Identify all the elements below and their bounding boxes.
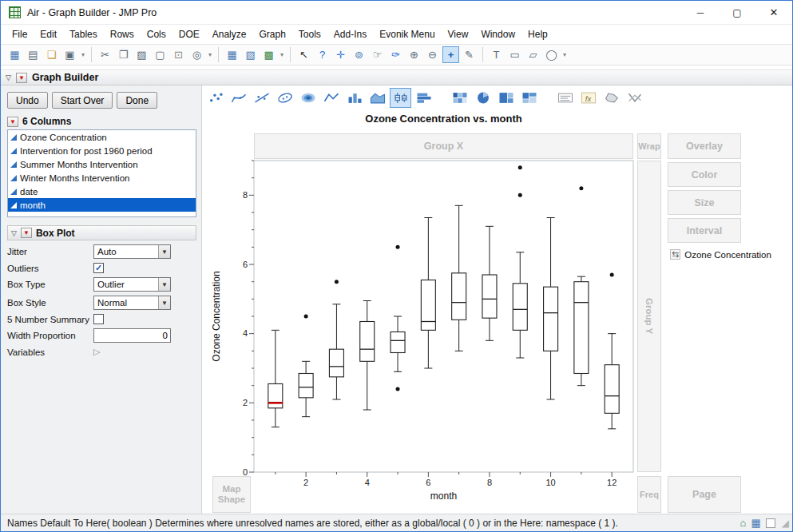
- toolbar-overflow-chevron[interactable]: ▾: [208, 51, 212, 58]
- box-style-dropdown[interactable]: Normal ▼: [93, 296, 171, 310]
- annotate-text-icon[interactable]: T: [488, 46, 505, 63]
- menu-edit[interactable]: Edit: [34, 26, 63, 42]
- maximize-button[interactable]: ▢: [719, 1, 755, 24]
- crosshair-tool-icon[interactable]: ✛: [332, 46, 349, 63]
- box-plot-chart[interactable]: 0246824681012Ozone Concentrationmonth: [208, 159, 644, 507]
- journal-icon[interactable]: ▧: [242, 46, 259, 63]
- menu-graph[interactable]: Graph: [252, 26, 291, 42]
- mosaic-icon[interactable]: [518, 88, 540, 108]
- annotate-rect-icon[interactable]: ▭: [506, 46, 523, 63]
- contour-icon[interactable]: [297, 88, 319, 108]
- annotate-oval-icon[interactable]: ◯: [543, 46, 560, 63]
- selection-icon[interactable]: ▢: [152, 46, 169, 63]
- window-toggle-icon[interactable]: [766, 518, 775, 528]
- column-item-intervention-for-post-1960-period[interactable]: Intervention for post 1960 period: [8, 144, 196, 157]
- drop-zone-map-shape[interactable]: Map Shape: [212, 476, 251, 513]
- menu-evonik-menu[interactable]: Evonik Menu: [373, 26, 441, 42]
- red-triangle-menu-icon[interactable]: ▼: [7, 117, 18, 127]
- grabber-tool-icon[interactable]: ☞: [369, 46, 386, 63]
- parallel-plot-icon[interactable]: [624, 88, 645, 108]
- disclosure-right-icon[interactable]: ▷: [93, 347, 100, 357]
- histogram-icon[interactable]: [413, 88, 434, 108]
- menu-file[interactable]: File: [6, 26, 34, 42]
- close-button[interactable]: ✕: [755, 1, 792, 24]
- data-grid-icon[interactable]: ▦: [751, 517, 760, 529]
- paste-icon[interactable]: ▨: [133, 46, 150, 63]
- new-journal-icon[interactable]: ▦: [6, 46, 23, 63]
- toolbar-overflow-chevron[interactable]: ▾: [81, 51, 85, 58]
- five-number-summary-checkbox[interactable]: [93, 314, 104, 324]
- drop-zone-page[interactable]: Page: [668, 476, 741, 513]
- drop-zone-group-y[interactable]: Group Y: [637, 161, 661, 472]
- menu-view[interactable]: View: [442, 26, 475, 42]
- drop-zone-size[interactable]: Size: [668, 190, 741, 215]
- plot-area[interactable]: 0246824681012Ozone Concentrationmonth: [208, 159, 644, 510]
- menu-tables[interactable]: Tables: [63, 26, 104, 42]
- area-icon[interactable]: [367, 88, 388, 108]
- cut-icon[interactable]: ✂: [97, 46, 113, 63]
- done-button[interactable]: Done: [117, 92, 157, 109]
- menu-help[interactable]: Help: [521, 26, 554, 42]
- jitter-dropdown[interactable]: Auto ▼: [93, 244, 171, 259]
- minimize-button[interactable]: ─: [682, 1, 719, 24]
- menu-tools[interactable]: Tools: [292, 26, 327, 42]
- heatmap-icon[interactable]: [449, 88, 470, 108]
- width-proportion-input[interactable]: [93, 328, 171, 343]
- column-item-winter-months-intervention[interactable]: Winter Months Intervention: [8, 171, 196, 185]
- pie-icon[interactable]: [472, 88, 494, 108]
- home-icon[interactable]: ⌂: [740, 517, 747, 529]
- save-icon[interactable]: ▣: [61, 46, 78, 63]
- menu-cols[interactable]: Cols: [141, 26, 172, 42]
- brush-tool-icon[interactable]: ✑: [387, 46, 404, 63]
- undo-button[interactable]: Undo: [7, 92, 48, 109]
- menu-rows[interactable]: Rows: [104, 26, 141, 42]
- menu-add-ins[interactable]: Add-Ins: [327, 26, 373, 42]
- globe-tool-icon[interactable]: ⊚: [351, 46, 367, 63]
- search-icon[interactable]: ◎: [188, 46, 205, 63]
- drop-zone-interval[interactable]: Interval: [668, 218, 741, 243]
- box-plot-icon[interactable]: [390, 88, 411, 108]
- bar-icon[interactable]: [343, 88, 365, 108]
- new-data-table-icon[interactable]: ▤: [25, 46, 42, 63]
- help-tool-icon[interactable]: ?: [314, 46, 331, 63]
- toolbar-overflow-chevron[interactable]: ▾: [280, 51, 283, 58]
- column-item-month[interactable]: month: [8, 198, 196, 212]
- caption-box-icon[interactable]: [554, 88, 576, 108]
- add-ins-icon[interactable]: ▩: [260, 46, 277, 63]
- drop-zone-color[interactable]: Color: [668, 162, 741, 187]
- data-table-icon[interactable]: ▦: [224, 46, 240, 63]
- arrow-tool-icon[interactable]: ↖: [295, 46, 312, 63]
- outliers-checkbox[interactable]: [93, 263, 104, 273]
- assigned-variable-ozone[interactable]: ⇆ Ozone Concentration: [670, 249, 771, 260]
- open-icon[interactable]: ❏: [43, 46, 60, 63]
- column-item-ozone-concentration[interactable]: Ozone Concentration: [8, 130, 196, 144]
- treemap-icon[interactable]: [495, 88, 517, 108]
- box-type-dropdown[interactable]: Outlier ▼: [93, 277, 171, 292]
- lock-icon[interactable]: ⊡: [170, 46, 187, 63]
- menu-doe[interactable]: DOE: [172, 26, 206, 42]
- collapse-triangle-icon[interactable]: ▽: [11, 229, 17, 237]
- line-icon[interactable]: [320, 88, 342, 108]
- map-shape-icon[interactable]: [601, 88, 622, 108]
- column-item-date[interactable]: date: [8, 185, 196, 198]
- drop-zone-group-x[interactable]: Group X: [254, 133, 633, 159]
- annotate-polygon-icon[interactable]: ▱: [525, 46, 541, 63]
- pencil-tool-icon[interactable]: ✎: [461, 46, 478, 63]
- zoom-in-tool-icon[interactable]: ⊕: [406, 46, 422, 63]
- smoother-icon[interactable]: [228, 88, 249, 108]
- menu-analyze[interactable]: Analyze: [206, 26, 253, 42]
- resize-grip-icon[interactable]: ◢: [782, 518, 789, 529]
- red-triangle-menu-icon[interactable]: ▼: [16, 73, 27, 83]
- drop-zone-overlay[interactable]: Overlay: [668, 133, 741, 159]
- drop-zone-freq[interactable]: Freq: [637, 476, 661, 513]
- column-item-summer-months-intervention[interactable]: Summer Months Intervention: [8, 157, 196, 171]
- menu-window[interactable]: Window: [474, 26, 521, 42]
- copy-icon[interactable]: ❐: [115, 46, 132, 63]
- points-icon[interactable]: [204, 88, 226, 108]
- drop-zone-wrap[interactable]: Wrap: [637, 133, 661, 159]
- collapse-triangle-icon[interactable]: ▽: [6, 73, 11, 81]
- formula-icon[interactable]: fx: [577, 88, 599, 108]
- line-of-fit-icon[interactable]: [251, 88, 272, 108]
- ellipse-icon[interactable]: [274, 88, 295, 108]
- start-over-button[interactable]: Start Over: [52, 92, 113, 109]
